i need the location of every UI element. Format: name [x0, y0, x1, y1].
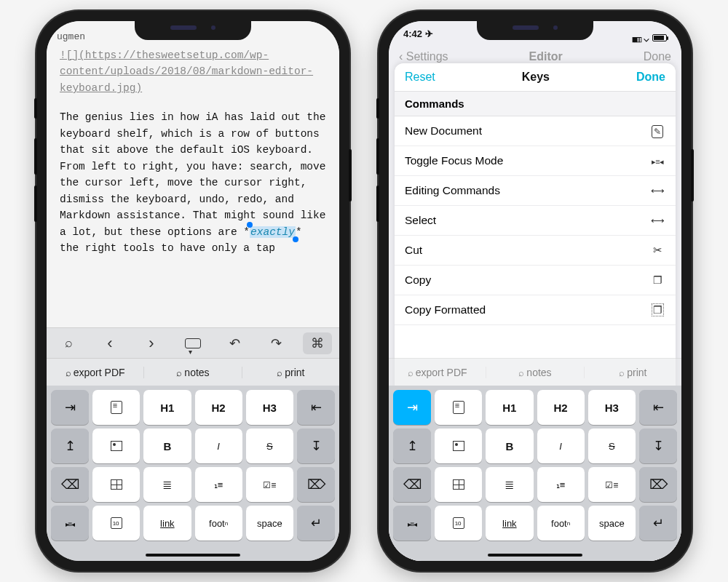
- key-footnote[interactable]: footn: [537, 506, 585, 541]
- copyfmt-icon: [649, 303, 665, 316]
- key-strike[interactable]: S: [588, 428, 636, 463]
- editor-textarea[interactable]: ugmen ![](https://thesweetsetup.com/wp-c…: [47, 21, 339, 327]
- cut-icon: [649, 244, 665, 257]
- key-footnote[interactable]: footn: [195, 506, 242, 541]
- key-table[interactable]: [92, 467, 140, 502]
- command-label: Copy: [405, 274, 431, 287]
- key-return[interactable]: [297, 506, 335, 541]
- command-row-copy-formatted[interactable]: Copy Formatted: [395, 295, 676, 325]
- key-h3[interactable]: H3: [246, 390, 293, 425]
- suggestion-export-pdf[interactable]: export PDF: [389, 367, 486, 378]
- command-row-editing-commands[interactable]: Editing Commands: [395, 176, 676, 206]
- selected-word[interactable]: exactly: [250, 226, 296, 238]
- command-list: New DocumentToggle Focus ModeEditing Com…: [395, 116, 676, 325]
- command-icon[interactable]: [303, 332, 332, 354]
- key-space[interactable]: space: [246, 506, 293, 541]
- suggestion-export-pdf[interactable]: export PDF: [47, 367, 144, 378]
- key-indent[interactable]: [51, 390, 89, 425]
- key-strike[interactable]: S: [246, 428, 293, 463]
- done-button[interactable]: Done: [636, 71, 665, 84]
- key-outdent[interactable]: [639, 390, 677, 425]
- background-title: Editor: [529, 50, 563, 63]
- key-space[interactable]: space: [588, 506, 636, 541]
- home-indicator[interactable]: [146, 554, 240, 557]
- key-task-list[interactable]: [246, 467, 293, 502]
- command-row-cut[interactable]: Cut: [395, 236, 676, 266]
- key-scroll-bottom[interactable]: [297, 428, 335, 463]
- suggestion-notes[interactable]: notes: [486, 367, 584, 378]
- command-row-new-document[interactable]: New Document: [395, 116, 676, 146]
- key-bullet-list[interactable]: [143, 467, 191, 502]
- phone-left: ugmen ![](https://thesweetsetup.com/wp-c…: [36, 11, 349, 571]
- command-row-copy[interactable]: Copy: [395, 266, 676, 295]
- key-scroll-top[interactable]: [51, 428, 89, 463]
- back-settings[interactable]: ‹ Settings: [399, 50, 448, 63]
- cursor-right-icon[interactable]: [137, 332, 166, 354]
- cursor-left-icon[interactable]: [95, 332, 124, 354]
- reset-button[interactable]: Reset: [405, 71, 435, 84]
- home-indicator[interactable]: [488, 554, 582, 557]
- undo-icon[interactable]: [220, 332, 249, 354]
- search-icon[interactable]: [54, 332, 83, 354]
- key-outdent[interactable]: [297, 390, 335, 425]
- edit-icon: [649, 184, 665, 197]
- key-task-list[interactable]: [588, 467, 636, 502]
- key-date[interactable]: [435, 506, 482, 541]
- wifi-icon: ⌵: [644, 33, 649, 44]
- redo-icon[interactable]: [261, 332, 290, 354]
- focus-icon: [649, 154, 665, 167]
- phone-right: 4:42 ✈︎ ⌵ ‹ Settings Editor Done Reset K…: [379, 11, 692, 571]
- key-date[interactable]: [92, 506, 140, 541]
- status-time: 4:42 ✈︎: [403, 28, 433, 47]
- key-h2[interactable]: H2: [195, 390, 242, 425]
- key-bold[interactable]: B: [486, 428, 533, 463]
- key-document[interactable]: [92, 390, 140, 425]
- newdoc-icon: [649, 124, 665, 137]
- key-delete-left[interactable]: [393, 467, 431, 502]
- key-h2[interactable]: H2: [537, 390, 585, 425]
- key-return[interactable]: [639, 506, 677, 541]
- key-bullet-list[interactable]: [486, 467, 533, 502]
- key-document[interactable]: [435, 390, 482, 425]
- command-row-select[interactable]: Select: [395, 206, 676, 236]
- key-h1[interactable]: H1: [143, 390, 191, 425]
- select-icon: [649, 214, 665, 227]
- suggestion-row-right: export PDF notes print: [389, 358, 681, 386]
- key-delete-left[interactable]: [51, 467, 89, 502]
- suggestion-print[interactable]: print: [242, 367, 339, 378]
- dismiss-keyboard-icon[interactable]: [178, 332, 207, 354]
- key-indent[interactable]: [393, 390, 431, 425]
- command-label: Cut: [405, 244, 422, 257]
- key-delete-right[interactable]: [639, 467, 677, 502]
- key-numbered-list[interactable]: [537, 467, 585, 502]
- section-commands: Commands: [395, 91, 676, 116]
- key-h1[interactable]: H1: [486, 390, 533, 425]
- key-image[interactable]: [435, 428, 482, 463]
- key-h3[interactable]: H3: [588, 390, 636, 425]
- key-focus-mode[interactable]: [393, 506, 431, 541]
- key-table[interactable]: [435, 467, 482, 502]
- suggestion-print[interactable]: print: [585, 367, 681, 378]
- copy-icon: [649, 274, 665, 287]
- key-numbered-list[interactable]: [195, 467, 242, 502]
- key-italic[interactable]: I: [195, 428, 242, 463]
- key-delete-right[interactable]: [297, 467, 335, 502]
- status-icons: ⌵: [632, 28, 667, 47]
- key-link[interactable]: link: [486, 506, 533, 541]
- key-italic[interactable]: I: [537, 428, 585, 463]
- key-focus-mode[interactable]: [51, 506, 89, 541]
- key-bold[interactable]: B: [143, 428, 191, 463]
- key-link[interactable]: link: [143, 506, 191, 541]
- command-row-toggle-focus-mode[interactable]: Toggle Focus Mode: [395, 146, 676, 176]
- custom-key-grid: H1 H2 H3 B I S link footn space: [47, 386, 339, 561]
- truncated-heading: ugmen: [57, 30, 85, 44]
- suggestion-notes[interactable]: notes: [144, 367, 242, 378]
- command-label: Copy Formatted: [405, 303, 486, 316]
- battery-icon: [652, 34, 667, 41]
- suggestion-row: export PDF notes print: [47, 358, 339, 386]
- key-image[interactable]: [92, 428, 140, 463]
- key-scroll-bottom[interactable]: [639, 428, 677, 463]
- markdown-image-link[interactable]: ![](https://thesweetsetup.com/wp-content…: [60, 47, 326, 96]
- background-done[interactable]: Done: [644, 50, 671, 63]
- key-scroll-top[interactable]: [393, 428, 431, 463]
